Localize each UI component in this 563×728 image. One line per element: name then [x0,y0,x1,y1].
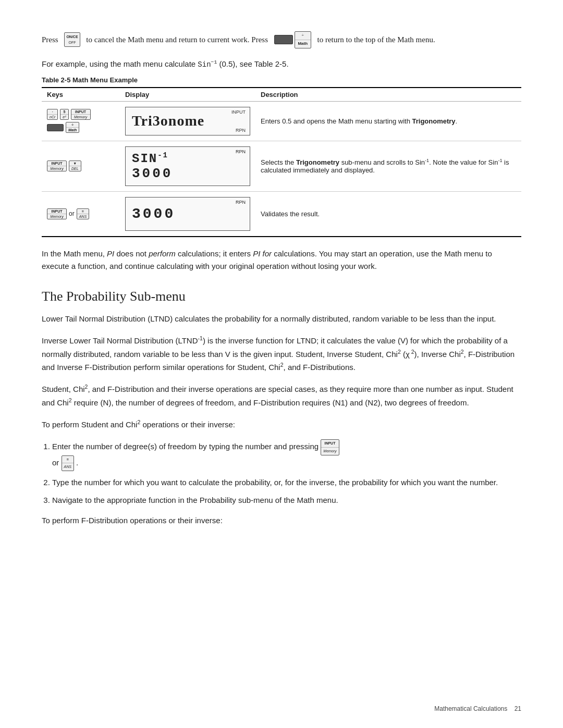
row3-number-value: 3000 [132,206,243,222]
divide-math-key: ÷ Math [66,122,79,133]
list-item: Type the number for which you want to ca… [52,476,521,489]
list-input-bot: Memory [321,448,338,455]
intro-line2: to cancel the Math menu and return to cu… [86,33,268,46]
row3-display-box: RPN 3000 [125,197,250,231]
on-ice-key: ON/CE OFF [64,32,80,47]
row1-display-value: Tri3onome [132,113,243,129]
table-row: INPUT Memory ▼ DEL RPN SIN-1 3000 [42,141,521,191]
row3-keys-row1: INPUT Memory or = ANS [47,208,89,219]
row1-keys-group: · nCr 5 e² INPUT Memory [47,109,115,133]
math-menu-table: Keys Display Description · nCr 5 e² [42,87,521,237]
list-input-key: INPUT Memory [321,439,339,455]
row3-keys: INPUT Memory or = ANS [42,191,120,237]
row1-input-label: INPUT [231,109,246,115]
row1-keys: · nCr 5 e² INPUT Memory [42,101,120,141]
footer-page: 21 [515,705,521,712]
input-memory-key: INPUT Memory [71,109,91,120]
table-caption: Table 2-5 Math Menu Example [42,76,521,84]
row2-input-top: INPUT [47,161,66,166]
footer: Mathematical Calculations 21 [434,705,521,712]
section-para2: Inverse Lower Tail Normal Distribution (… [42,334,521,374]
dot-key-top: · [47,109,57,115]
intro-press-text: Press [42,33,58,46]
math-key-bot: Math [295,40,311,48]
col-header-keys: Keys [42,88,120,102]
section-heading: The Probability Sub-menu [42,289,521,304]
math-key: ÷ Math [295,31,311,48]
row1-keys-row1: · nCr 5 e² INPUT Memory [47,109,91,120]
row1-display: INPUT Tri3onome RPN [120,101,255,141]
row3-ans-bot: ANS [77,214,89,219]
row2-description: Selects the Trigonometry sub-menu and sc… [255,141,521,191]
row2-del-top: ▼ [69,161,81,166]
wide-key-dark [47,124,64,131]
dot-key-bot: nCr [47,115,57,119]
enter-math-keys: ÷ Math [274,31,311,48]
row2-keys: INPUT Memory ▼ DEL [42,141,120,191]
divide-math-top: ÷ [66,122,79,128]
ordered-list: Enter the number of degree(s) of freedom… [42,439,521,507]
row3-ans-top: = [77,209,89,214]
row2-display-box: RPN SIN-1 3000 [125,146,250,186]
math-key-top: ÷ [295,32,311,40]
table-row: · nCr 5 e² INPUT Memory [42,101,521,141]
row3-keys-group: INPUT Memory or = ANS [47,208,115,219]
intro-paragraph: Press ON/CE OFF to cancel the Math menu … [42,31,521,48]
row3-display: RPN 3000 [120,191,255,237]
col-header-description: Description [255,88,521,102]
list-ans-bot: ANS [62,463,74,471]
row3-input-top: INPUT [47,209,66,214]
section-para3: Student, Chi2, and F-Distribution and th… [42,382,521,410]
enter-key-dark [274,35,293,44]
col-header-display: Display [120,88,255,102]
section-para4: To perform Student and Chi2 operations o… [42,418,521,431]
list-item: Navigate to the appropriate function in … [52,494,521,507]
row2-desc-text: Selects the Trigonometry sub-menu and sc… [261,158,509,174]
on-ice-bot: OFF [66,40,78,45]
section-para1: Lower Tail Normal Distribution (LTND) ca… [42,313,521,326]
row2-number-value: 3000 [132,166,243,181]
after-list-text: To perform F-Distribution operations or … [42,514,521,527]
intro-line3: to return to the top of the Math menu. [317,33,435,46]
row2-rpn: RPN [236,149,246,154]
footer-text: Mathematical Calculations [434,705,507,712]
input-key-bot: Memory [71,115,90,119]
row1-rpn: RPN [236,128,246,133]
row3-ans-key: = ANS [77,208,89,219]
body-para1: In the Math menu, PI does not perform ca… [42,248,521,274]
row2-del-key: ▼ DEL [69,161,81,171]
row1-display-box: INPUT Tri3onome RPN [125,107,250,135]
dot-key: · nCr [47,109,58,120]
list-ans-top: = [62,456,74,464]
row1-description: Enters 0.5 and opens the Math menu start… [255,101,521,141]
row2-keys-row1: INPUT Memory ▼ DEL [47,161,81,171]
table-row: INPUT Memory or = ANS RPN 3000 [42,191,521,237]
row2-keys-group: INPUT Memory ▼ DEL [47,161,115,171]
row3-description: Validates the result. [255,191,521,237]
row2-input-bot: Memory [47,166,66,171]
five-key: 5 e² [60,109,68,120]
row2-display: RPN SIN-1 3000 [120,141,255,191]
row2-input-key: INPUT Memory [47,161,67,171]
on-ice-top: ON/CE [66,34,78,40]
list-input-top: INPUT [321,440,338,448]
row1-keys-row2: ÷ Math [47,122,79,133]
row3-desc-text: Validates the result. [261,210,320,218]
input-key-top: INPUT [71,109,90,115]
example-intro: For example, using the math menu calcula… [42,58,521,71]
divide-math-bot: Math [66,128,79,132]
row2-del-bot: DEL [69,166,81,171]
row3-or-text: or [69,210,75,217]
row3-input-bot: Memory [47,214,66,219]
row1-desc-text: Enters 0.5 and opens the Math menu start… [261,117,457,125]
row3-rpn: RPN [236,200,246,205]
five-key-bot: e² [60,115,68,119]
list-ans-key: = ANS [62,455,74,471]
five-key-top: 5 [60,109,68,115]
list-item: Enter the number of degree(s) of freedom… [52,439,521,471]
row2-sin-value: SIN-1 [132,151,243,166]
row3-input-key: INPUT Memory [47,208,67,219]
